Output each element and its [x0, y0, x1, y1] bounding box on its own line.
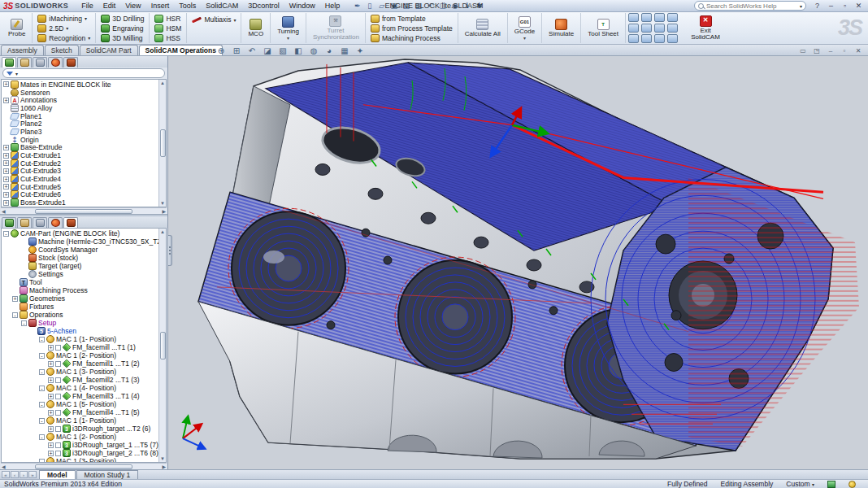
model-tab[interactable]: Model [39, 470, 76, 479]
menu-item[interactable]: View [120, 1, 145, 11]
utility-icon[interactable] [628, 34, 639, 43]
expand-toggle[interactable]: + [48, 394, 54, 399]
expand-toggle[interactable]: - [39, 402, 45, 407]
quick-tips-icon[interactable] [848, 481, 856, 488]
scroll-thumb[interactable] [35, 464, 132, 469]
utility-icon[interactable] [641, 34, 652, 43]
ribbon-button[interactable]: 3D Drilling [99, 14, 145, 24]
search-dropdown-icon[interactable]: ▾ [800, 3, 802, 9]
doc-min1-icon[interactable]: ▭ [797, 46, 809, 55]
help-icon[interactable]: ? [811, 1, 823, 11]
expand-toggle[interactable]: - [39, 369, 45, 375]
scroll-down-icon[interactable]: ▼ [160, 456, 165, 461]
tree-item[interactable]: + FM_facemill3 ...T1 (4) [2, 392, 158, 400]
ribbon-button[interactable]: iMachining▾ [36, 14, 92, 24]
tree-item[interactable]: - MAC 1 (1- Position) [2, 335, 158, 343]
mco-button[interactable]: MCO [245, 13, 267, 43]
tree-item[interactable]: Plane2 [2, 120, 158, 128]
tree-item[interactable]: Stock (stock) [2, 254, 158, 262]
tree-item[interactable]: Plane1 [2, 112, 158, 120]
utility-icon[interactable] [667, 13, 678, 22]
tree-item[interactable]: + Cut-Extrude5 [2, 183, 158, 191]
expand-toggle[interactable]: - [39, 353, 45, 359]
expand-toggle[interactable]: + [3, 176, 9, 182]
menu-item[interactable]: SolidCAM [201, 1, 243, 11]
tree-item[interactable]: + Cut-Extrude4 [2, 175, 158, 183]
ribbon-button[interactable]: from Template [369, 14, 454, 24]
feature-tree-vscrollbar[interactable]: ▲ ▼ [158, 80, 166, 207]
win-minimize-icon[interactable]: – [825, 1, 837, 11]
scroll-left-icon[interactable]: ◀ [2, 209, 6, 214]
model-tab[interactable]: Motion Study 1 [76, 470, 139, 479]
operation-checkbox[interactable] [55, 442, 61, 448]
tree-item[interactable]: + i3DRough_target_1 ...T5 (7) [2, 441, 158, 449]
expand-toggle[interactable]: + [48, 345, 54, 351]
tree-item[interactable]: - Setup [2, 319, 158, 327]
units-dropdown[interactable]: Custom ▾ [786, 480, 814, 488]
expand-toggle[interactable]: + [3, 192, 9, 198]
expand-toggle[interactable]: - [39, 418, 45, 424]
menu-item[interactable]: File [76, 1, 98, 11]
tree-item[interactable]: - MAC 1 (3- Position) [2, 457, 158, 462]
cam-tree-vscrollbar[interactable]: ▲ ▼ [158, 229, 166, 462]
utility-icon[interactable] [628, 13, 639, 22]
tree-item[interactable]: - MAC 1 (3- Position) [2, 368, 158, 376]
tree-item[interactable]: Plane3 [2, 128, 158, 136]
tab-nav-next-icon[interactable]: › [20, 471, 28, 478]
expand-toggle[interactable]: - [39, 434, 45, 440]
doc-restore-icon[interactable]: ▫ [839, 46, 850, 55]
expand-toggle[interactable]: - [39, 459, 45, 463]
tree-item[interactable]: Tool [2, 278, 158, 286]
scroll-up-icon[interactable]: ▲ [160, 229, 165, 234]
utility-icon[interactable] [667, 24, 678, 33]
panel-tab[interactable] [17, 57, 32, 68]
menu-item[interactable]: Help [320, 1, 345, 11]
ribbon-button[interactable]: Recognition▾ [36, 33, 92, 43]
scroll-down-icon[interactable]: ▼ [160, 201, 165, 206]
expand-toggle[interactable]: + [48, 426, 54, 432]
scroll-left-icon[interactable]: ◀ [2, 464, 6, 469]
expand-toggle[interactable]: + [3, 184, 9, 190]
display-style-icon[interactable]: ◧ [293, 46, 304, 55]
utility-icon[interactable] [654, 13, 665, 22]
panel-collapse-handle[interactable] [168, 235, 172, 266]
doc-cascade-icon[interactable]: ◳ [811, 46, 822, 55]
tree-item[interactable]: 5-Achsen [2, 327, 158, 335]
tree-item[interactable]: Sensoren [2, 89, 158, 97]
expand-toggle[interactable]: + [3, 168, 9, 174]
ribbon-button[interactable]: 3D Milling [99, 33, 145, 43]
panel-tab[interactable] [2, 57, 16, 68]
tree-item[interactable]: Target (target) [2, 262, 158, 270]
ribbon-button[interactable]: Engraving [99, 24, 145, 33]
search-input[interactable] [706, 2, 797, 10]
tree-item[interactable]: Fixtures [2, 303, 158, 311]
probe-button[interactable]: Probe [5, 13, 28, 43]
scroll-up-icon[interactable]: ▲ [160, 81, 165, 85]
scroll-thumb[interactable] [160, 332, 166, 359]
scroll-thumb[interactable] [35, 209, 132, 214]
panel-tab[interactable] [48, 217, 63, 228]
operation-checkbox[interactable] [55, 394, 61, 399]
tree-item[interactable]: Machine (Hermle-C30_iTNC530_5X_TZeng) [2, 237, 158, 246]
operation-checkbox[interactable] [55, 377, 61, 383]
tree-item[interactable]: + i3DRough_target_2 ...T6 (8) [2, 449, 158, 457]
tree-item[interactable]: - MAC 1 (2- Position) [2, 351, 158, 359]
ribbon-button[interactable]: Machining Process [369, 33, 454, 43]
expand-toggle[interactable]: + [3, 98, 9, 103]
tree-item[interactable]: CoordSys Manager [2, 246, 158, 254]
cam-tree-hscrollbar[interactable]: ◀ ▶ [1, 463, 167, 469]
manager-tab[interactable]: SolidCAM Operations [139, 45, 223, 55]
tree-item[interactable]: + i3DRough_target ...T2 (6) [2, 425, 158, 433]
zoom-area-icon[interactable]: ⊞ [231, 46, 242, 55]
expand-toggle[interactable]: + [3, 145, 9, 150]
view-orientation-icon[interactable]: ▧ [277, 46, 289, 55]
section-view-icon[interactable]: ◪ [262, 46, 273, 55]
tab-nav-prev-icon[interactable]: ‹ [11, 471, 19, 478]
expand-toggle[interactable]: + [3, 200, 9, 206]
ribbon-button[interactable]: HSS [153, 33, 183, 43]
scroll-right-icon[interactable]: ▶ [162, 464, 166, 469]
tree-item[interactable]: - MAC 1 (4- Position) [2, 384, 158, 392]
operation-checkbox[interactable] [55, 410, 61, 416]
new-document-icon[interactable]: ▯ [363, 1, 375, 11]
ribbon-button[interactable]: 2.5D▾ [36, 24, 92, 33]
